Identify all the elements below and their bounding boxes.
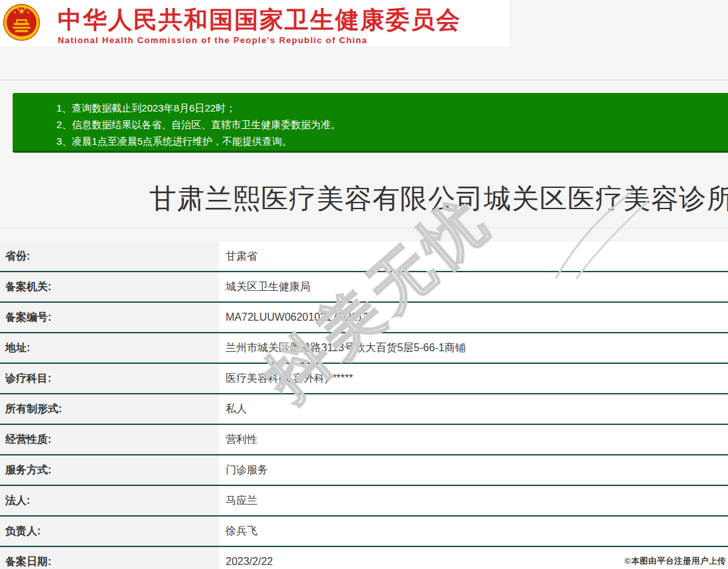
field-value: 徐兵飞 [219, 517, 728, 546]
table-row: 备案日期: 2023/2/22 [0, 547, 728, 569]
field-label: 服务方式: [0, 455, 219, 485]
table-row: 备案编号: MA72LUUW062010217D2212 [0, 303, 728, 333]
notice-line-1: 1、查询数据截止到2023年8月6日22时； [56, 100, 728, 116]
site-title-chinese: 中华人民共和国国家卫生健康委员会 [58, 8, 461, 32]
field-value: 门诊服务 [219, 455, 728, 485]
table-row: 负责人: 徐兵飞 [0, 517, 728, 547]
table-row: 备案机关: 城关区卫生健康局 [0, 272, 728, 303]
field-label: 诊疗科目: [0, 364, 219, 393]
notice-line-3: 3、凌晨1点至凌晨5点系统进行维护，不能提供查询。 [56, 133, 728, 149]
site-header: 中华人民共和国国家卫生健康委员会 National Health Commiss… [0, 0, 510, 46]
header-divider [0, 80, 728, 80]
field-label: 所有制形式: [0, 394, 219, 424]
site-title-english: National Health Commission of the People… [58, 35, 461, 45]
field-label: 备案编号: [0, 303, 219, 332]
field-value: 私人 [219, 394, 728, 424]
table-row: 诊疗科目: 医疗美容科(美容外科)****** [0, 364, 728, 394]
field-value: 城关区卫生健康局 [219, 272, 728, 301]
notice-line-2: 2、信息数据结果以各省、自治区、直辖市卫生健康委数据为准。 [56, 116, 728, 133]
field-label: 地址: [0, 333, 219, 363]
field-value: 马应兰 [219, 486, 728, 515]
header-titles: 中华人民共和国国家卫生健康委员会 National Health Commiss… [58, 0, 461, 45]
field-label: 经营性质: [0, 425, 219, 454]
table-row: 经营性质: 营利性 [0, 425, 728, 455]
table-row: 省份: 甘肃省 [0, 242, 728, 272]
field-value: 甘肃省 [219, 242, 728, 271]
record-table: 省份: 甘肃省 备案机关: 城关区卫生健康局 备案编号: MA72LUUW062… [0, 242, 728, 569]
field-label: 负责人: [0, 517, 219, 546]
notice-banner: 1、查询数据截止到2023年8月6日22时； 2、信息数据结果以各省、自治区、直… [13, 93, 728, 153]
section-divider [0, 228, 728, 228]
table-row: 服务方式: 门诊服务 [0, 455, 728, 486]
institution-title: 甘肃兰熙医疗美容有限公司城关区医疗美容诊所 [149, 181, 728, 217]
field-value: MA72LUUW062010217D2212 [219, 303, 728, 332]
field-label: 备案日期: [0, 547, 219, 569]
field-label: 法人: [0, 486, 219, 515]
national-emblem-icon [3, 3, 40, 44]
field-label: 备案机关: [0, 272, 219, 301]
copyright-note: ©本图由平台注册用户上传 [624, 556, 726, 567]
field-value: 兰州市城关区雁滩路3113号欣大百货5层5-66-1商铺 [219, 333, 728, 363]
table-row: 所有制形式: 私人 [0, 394, 728, 425]
table-row: 法人: 马应兰 [0, 486, 728, 517]
field-value: 医疗美容科(美容外科)****** [219, 364, 728, 393]
field-label: 省份: [0, 242, 219, 271]
field-value: 营利性 [219, 425, 728, 454]
table-row: 地址: 兰州市城关区雁滩路3113号欣大百货5层5-66-1商铺 [0, 333, 728, 364]
